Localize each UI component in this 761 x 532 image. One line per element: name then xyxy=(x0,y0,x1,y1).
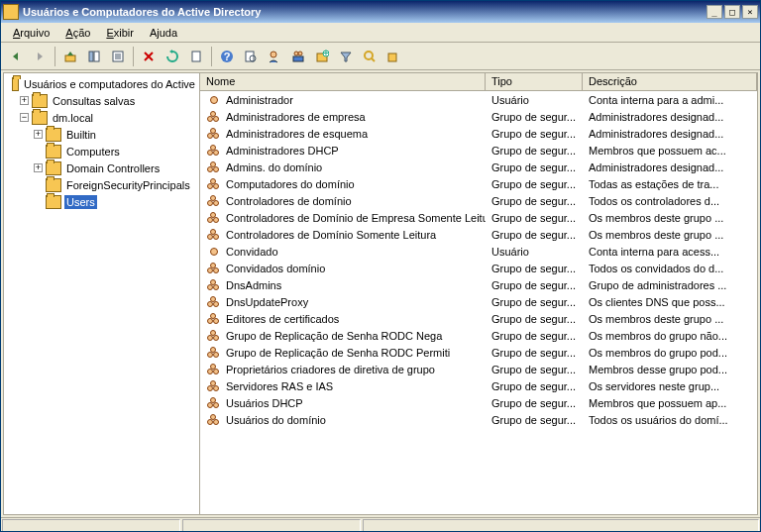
find-button[interactable] xyxy=(240,46,262,67)
cell-type: Grupo de segur... xyxy=(486,228,583,242)
tree-foreign-security[interactable]: ForeignSecurityPrincipals xyxy=(6,176,197,193)
list-body[interactable]: AdministradorUsuárioConta interna para a… xyxy=(200,91,757,514)
collapse-icon[interactable]: − xyxy=(20,113,29,122)
tree-label: Builtin xyxy=(64,128,98,142)
forward-button[interactable] xyxy=(29,46,51,67)
list-row[interactable]: DnsAdminsGrupo de segur...Grupo de admin… xyxy=(200,276,757,293)
tree-label: Consultas salvas xyxy=(51,94,137,108)
svg-rect-7 xyxy=(192,52,200,61)
toolbar: ? + xyxy=(1,43,760,70)
cell-desc: Membros que possuem ac... xyxy=(583,144,757,158)
cell-desc: Todos os convidados do d... xyxy=(583,262,757,275)
refresh-button[interactable] xyxy=(162,46,183,67)
menu-ajuda[interactable]: Ajuda xyxy=(142,25,185,41)
tree-root[interactable]: Usuários e computadores do Active xyxy=(6,75,197,92)
properties-button[interactable] xyxy=(107,46,129,67)
group-icon xyxy=(206,294,222,310)
new-group-icon[interactable] xyxy=(287,46,309,67)
cell-name: Proprietários criadores de diretiva de g… xyxy=(200,361,486,378)
list-row[interactable]: Administradores DHCPGrupo de segur...Mem… xyxy=(200,142,757,159)
cell-desc: Os membros deste grupo ... xyxy=(583,312,757,326)
menu-arquivo[interactable]: Arquivo xyxy=(5,25,57,41)
column-name[interactable]: Nome xyxy=(200,73,486,90)
separator xyxy=(211,47,212,66)
close-button[interactable]: × xyxy=(742,5,758,19)
tree-domain-controllers[interactable]: + Domain Controllers xyxy=(6,160,197,176)
up-button[interactable] xyxy=(59,46,81,67)
column-type[interactable]: Tipo xyxy=(486,73,583,90)
group-icon xyxy=(206,261,222,276)
list-row[interactable]: Convidados domínioGrupo de segur...Todos… xyxy=(200,260,757,276)
minimize-button[interactable]: _ xyxy=(707,5,722,19)
cell-name: Usuários DHCP xyxy=(200,394,486,412)
list-row[interactable]: Administradores de esquemaGrupo de segur… xyxy=(200,125,757,142)
tree-panel[interactable]: Usuários e computadores do Active + Cons… xyxy=(4,73,200,514)
expand-icon[interactable]: + xyxy=(34,163,43,172)
cell-name: Convidado xyxy=(200,243,486,261)
group-icon xyxy=(206,109,222,125)
menu-bar: Arquivo Ação Exibir Ajuda xyxy=(1,23,760,43)
cell-type: Grupo de segur... xyxy=(486,363,583,376)
group-icon xyxy=(206,378,222,394)
list-row[interactable]: Controladores de Domínio Somente Leitura… xyxy=(200,226,757,243)
menu-exibir[interactable]: Exibir xyxy=(98,25,142,41)
column-desc[interactable]: Descrição xyxy=(583,73,757,90)
list-row[interactable]: Controladores de Domínio de Empresa Some… xyxy=(200,209,757,226)
cell-desc: Todas as estações de tra... xyxy=(583,177,757,191)
show-hide-button[interactable] xyxy=(83,46,105,67)
list-row[interactable]: Editores de certificadosGrupo de segur..… xyxy=(200,310,757,327)
filter-icon[interactable] xyxy=(335,46,357,67)
cell-type: Grupo de segur... xyxy=(486,127,583,141)
tree-computers[interactable]: Computers xyxy=(6,143,197,160)
add-query-icon[interactable] xyxy=(382,46,404,67)
delete-button[interactable] xyxy=(138,46,160,67)
tree-label: dm.local xyxy=(51,111,95,125)
svg-point-13 xyxy=(294,52,298,55)
list-row[interactable]: Controladores de domínioGrupo de segur..… xyxy=(200,192,757,209)
svg-point-19 xyxy=(365,52,373,59)
help-button[interactable]: ? xyxy=(216,46,238,67)
cell-desc: Administradores designad... xyxy=(583,160,757,174)
list-row[interactable]: Servidores RAS e IASGrupo de segur...Os … xyxy=(200,377,757,394)
tree-label: Computers xyxy=(64,145,122,159)
svg-rect-1 xyxy=(89,52,93,61)
tree-saved-queries[interactable]: + Consultas salvas xyxy=(6,92,197,109)
cell-type: Grupo de segur... xyxy=(486,346,583,360)
list-row[interactable]: Proprietários criadores de diretiva de g… xyxy=(200,361,757,377)
new-ou-icon[interactable]: + xyxy=(311,46,333,67)
user-icon xyxy=(206,244,222,260)
cell-name: Convidados domínio xyxy=(200,260,486,277)
cell-desc: Conta interna para acess... xyxy=(583,245,757,259)
new-user-icon[interactable] xyxy=(264,46,285,67)
list-header: Nome Tipo Descrição xyxy=(200,73,757,91)
expand-icon[interactable]: + xyxy=(34,130,43,139)
cell-desc: Administradores designad... xyxy=(583,127,757,141)
export-button[interactable] xyxy=(185,46,207,67)
tree-domain[interactable]: − dm.local xyxy=(6,109,197,126)
list-row[interactable]: Usuários DHCPGrupo de segur...Membros qu… xyxy=(200,394,757,411)
title-text: Usuários e Computadores do Active Direct… xyxy=(23,6,705,18)
cell-name: Controladores de Domínio de Empresa Some… xyxy=(200,209,486,227)
tree-users[interactable]: Users xyxy=(6,193,197,210)
list-row[interactable]: Admins. do domínioGrupo de segur...Admin… xyxy=(200,159,757,175)
cell-type: Grupo de segur... xyxy=(486,194,583,208)
cell-name: Controladores de domínio xyxy=(200,192,486,210)
list-row[interactable]: ConvidadoUsuárioConta interna para acess… xyxy=(200,243,757,260)
cell-name: DnsAdmins xyxy=(200,276,486,294)
maximize-button[interactable]: □ xyxy=(724,5,740,19)
back-button[interactable] xyxy=(5,46,27,67)
cell-desc: Todos os usuários do domí... xyxy=(583,413,757,427)
separator xyxy=(133,47,134,66)
list-row[interactable]: Computadores do domínioGrupo de segur...… xyxy=(200,175,757,192)
menu-acao[interactable]: Ação xyxy=(57,25,98,41)
expand-icon[interactable]: + xyxy=(20,96,29,105)
list-row[interactable]: Grupo de Replicação de Senha RODC Permit… xyxy=(200,344,757,361)
list-row[interactable]: Administradores de empresaGrupo de segur… xyxy=(200,108,757,125)
list-row[interactable]: Usuários do domínioGrupo de segur...Todo… xyxy=(200,411,757,428)
list-row[interactable]: Grupo de Replicação de Senha RODC NegaGr… xyxy=(200,327,757,344)
search-icon[interactable] xyxy=(359,46,380,67)
list-row[interactable]: AdministradorUsuárioConta interna para a… xyxy=(200,91,757,108)
group-icon xyxy=(206,395,222,411)
list-row[interactable]: DnsUpdateProxyGrupo de segur...Os client… xyxy=(200,293,757,310)
tree-builtin[interactable]: + Builtin xyxy=(6,126,197,143)
